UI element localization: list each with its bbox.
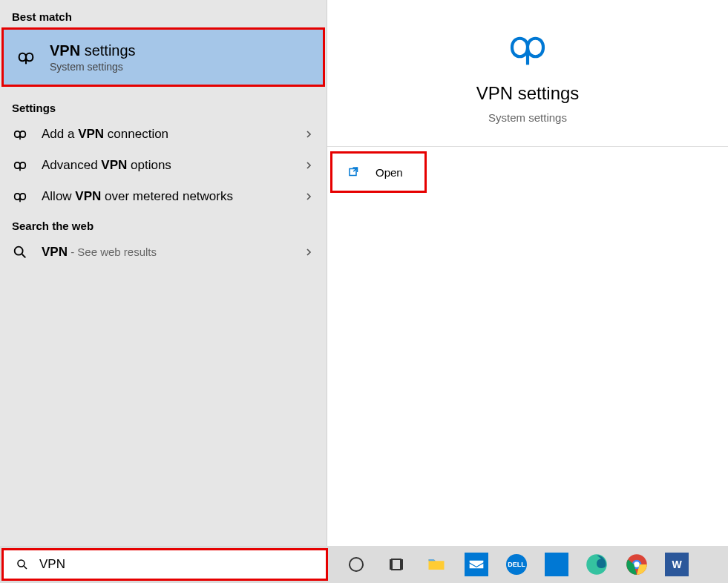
edge-icon [586,553,608,576]
vpn-icon [12,126,28,142]
web-item-vpn[interactable]: VPN - See web results [0,237,327,268]
settings-item-advanced-vpn[interactable]: Advanced VPN options [0,150,327,181]
search-icon [16,558,29,571]
svg-line-5 [22,254,26,258]
cortana-button[interactable] [341,550,371,579]
task-view-icon [387,556,405,573]
svg-point-4 [15,247,23,255]
search-results-pane: Best match VPN settings System settings … [0,0,327,546]
details-title: VPN settings [327,83,728,104]
chevron-right-icon [303,191,315,202]
settings-item-add-vpn[interactable]: Add a VPN connection [0,119,327,150]
chevron-right-icon [303,128,315,140]
edge-button[interactable] [582,550,611,579]
svg-point-19 [634,561,640,567]
details-subtitle: System settings [327,111,728,124]
chrome-button[interactable] [622,550,652,579]
vpn-icon [12,188,28,205]
chevron-right-icon [303,159,315,171]
open-label: Open [376,166,403,179]
word-button[interactable]: W [662,550,692,579]
vpn-icon [507,27,548,68]
mail-button[interactable] [462,550,491,579]
best-match-header: Best match [0,3,327,27]
search-web-header: Search the web [0,212,327,237]
svg-rect-12 [392,559,401,570]
search-input[interactable] [38,556,326,573]
search-icon [12,244,28,260]
circle-icon [347,556,365,573]
vpn-icon [16,47,36,67]
best-match-text: VPN settings System settings [50,42,136,73]
details-header: VPN settings System settings [327,0,728,147]
dell-app-button[interactable]: DELL [502,550,531,579]
taskbar-search[interactable] [1,548,328,581]
settings-header: Settings [0,94,327,119]
settings-item-vpn-metered[interactable]: Allow VPN over metered networks [0,181,327,212]
open-icon [347,165,361,179]
mail-icon [465,553,488,576]
chevron-right-icon [303,246,315,258]
chrome-icon [626,553,648,576]
app-tile-button[interactable] [542,550,571,579]
open-button[interactable]: Open [330,151,427,193]
task-view-button[interactable] [381,550,411,579]
svg-line-10 [24,566,27,569]
file-explorer-button[interactable] [422,550,451,579]
details-pane: VPN settings System settings Open [327,0,728,546]
svg-point-11 [350,558,363,571]
svg-point-9 [18,560,24,567]
vpn-icon [12,157,28,174]
folder-icon [425,554,447,575]
best-match-vpn-settings[interactable]: VPN settings System settings [1,27,325,87]
taskbar: DELL W [0,546,728,583]
